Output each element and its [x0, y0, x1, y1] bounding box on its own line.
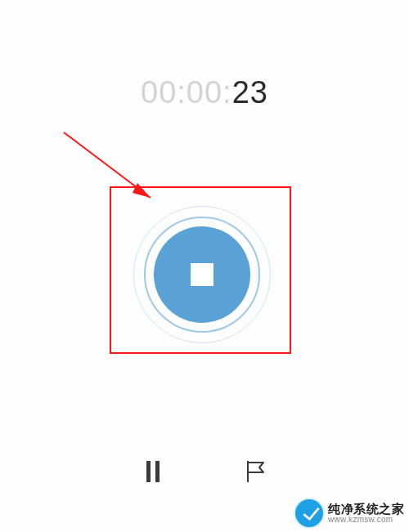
svg-marker-1 — [133, 183, 151, 198]
watermark-text: 纯净系统之家 www.kzmsw.com — [328, 503, 404, 524]
svg-rect-2 — [146, 461, 151, 482]
svg-line-0 — [64, 132, 151, 198]
watermark: 纯净系统之家 www.kzmsw.com — [295, 499, 404, 527]
annotation-arrow — [59, 127, 165, 217]
bottom-controls — [0, 455, 409, 488]
flag-icon — [245, 460, 267, 483]
timer-display: 00:00:23 — [0, 75, 409, 110]
stop-button[interactable] — [133, 206, 271, 343]
stop-icon — [191, 263, 213, 286]
watermark-url: www.kzmsw.com — [328, 516, 404, 525]
timer-faded-part: 00:00: — [141, 75, 232, 110]
timer-active-part: 23 — [232, 75, 268, 110]
pause-icon — [145, 461, 161, 482]
lap-flag-button[interactable] — [240, 455, 272, 488]
svg-rect-3 — [155, 461, 160, 482]
pause-button[interactable] — [137, 455, 169, 488]
watermark-title: 纯净系统之家 — [328, 503, 404, 516]
watermark-logo-icon — [295, 499, 323, 527]
